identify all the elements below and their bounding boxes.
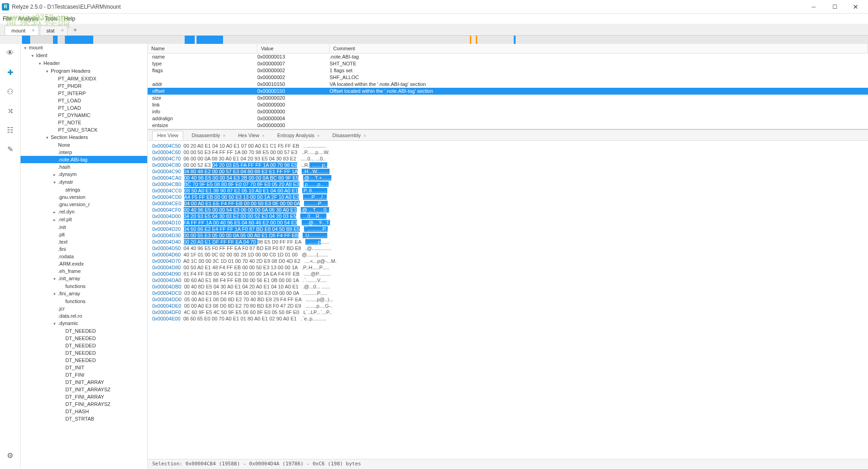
hex-row[interactable]: 0x00004D50 04 40 96 E5 F0 FF FF EA F0 87… (152, 245, 863, 251)
hex-row[interactable]: 0x00004CB0 BC 70 9F E5 08 80 8F E0 07 70… (152, 181, 863, 187)
segment[interactable] (22, 36, 30, 44)
tree-expand-icon[interactable]: ▸ (53, 209, 58, 215)
tab-close-icon[interactable]: × (262, 133, 264, 138)
property-row[interactable]: entsize0x00000000 (148, 122, 868, 129)
view-icon[interactable]: 👁 (5, 48, 16, 59)
property-row[interactable]: offset0x00000150Offset located within th… (148, 88, 868, 95)
bottom-tab[interactable]: Hex View× (234, 131, 269, 139)
tree-node[interactable]: ▸.dynsym (21, 171, 147, 178)
hex-row[interactable]: 0x00004C50 00 20 A0 E1 04 10 A0 E1 07 00… (152, 143, 863, 149)
tree-node[interactable]: DT_HASH (21, 408, 147, 415)
tree-node[interactable]: .hash (21, 163, 147, 171)
structure-icon[interactable]: ⚇ (5, 86, 16, 97)
segment-bar[interactable] (0, 36, 868, 44)
segment[interactable] (223, 36, 470, 44)
tree-node[interactable]: .text (21, 238, 147, 245)
tree-node[interactable]: ▾Program Headers (21, 67, 147, 75)
tree-node[interactable]: .gnu.version_r (21, 201, 147, 208)
tree-node[interactable]: PT_LOAD (21, 97, 147, 104)
stack-icon[interactable]: ☷ (5, 124, 16, 135)
hex-row[interactable]: 0x00004D90 81 F4 FF EB 00 40 50 E2 10 00… (152, 271, 863, 277)
hex-row[interactable]: 0x00004C90 04 80 48 E2 00 00 57 E3 04 80… (152, 168, 863, 175)
hex-row[interactable]: 0x00004D70 A0 1C 00 00 3C 1D 01 00 70 40… (152, 258, 863, 264)
segment[interactable] (53, 36, 58, 44)
bottom-tab[interactable]: Disassembly× (187, 131, 230, 139)
tab-close-icon[interactable]: × (223, 133, 225, 138)
tree-node[interactable]: DT_NEEDED (21, 349, 147, 357)
plugin-icon[interactable]: ✚ (5, 67, 16, 78)
tree-node[interactable]: ▾mount (21, 44, 147, 52)
hex-row[interactable]: 0x00004C80 00 00 52 E3 04 20 03 E5 FA FF… (152, 162, 863, 168)
tree-node[interactable]: DT_FINI_ARRAY (21, 393, 147, 400)
property-row[interactable]: addralign0x00000004 (148, 115, 868, 122)
tree-node[interactable]: PT_INTERP (21, 90, 147, 97)
tree-node[interactable]: DT_NEEDED (21, 357, 147, 364)
hex-row[interactable]: 0x00004D40 00 20 A0 E1 DF FF FF EA 04 70… (152, 239, 863, 245)
menu-help[interactable]: Help (64, 16, 75, 22)
tree-node[interactable]: ▾Ident (21, 52, 147, 59)
tree-node[interactable]: DT_INIT_ARRAY (21, 378, 147, 386)
close-button[interactable]: ✕ (845, 0, 866, 14)
shuffle-icon[interactable]: ⤭ (5, 105, 16, 116)
structure-tree[interactable]: ▾mount▾Ident▾Header▾Program HeadersPT_AR… (21, 44, 148, 469)
prop-header-value[interactable]: Value (257, 44, 330, 53)
hex-row[interactable]: 0x00004DF0 4C 60 9F E5 4C 50 9F E5 06 60… (152, 309, 863, 315)
hex-row[interactable]: 0x00004D80 00 50 A0 E1 48 F4 FF EB 00 00… (152, 264, 863, 271)
tree-node[interactable]: PT_LOAD (21, 104, 147, 112)
tree-expand-icon[interactable]: ▾ (39, 60, 43, 67)
property-row[interactable]: link0x00000000 (148, 101, 868, 108)
tree-expand-icon[interactable]: ▾ (24, 45, 29, 51)
tree-node[interactable]: functions (21, 282, 147, 290)
menu-tools[interactable]: Tools (45, 16, 58, 22)
property-row[interactable]: type0x00000007SHT_NOTE (148, 60, 868, 67)
hex-row[interactable]: 0x00004C70 06 00 00 0A 08 30 A0 E1 04 20… (152, 155, 863, 162)
segment[interactable] (471, 36, 476, 44)
property-row[interactable]: name0x00000013.note.ABI-tag (148, 53, 868, 60)
prop-header-comment[interactable]: Comment (330, 44, 868, 53)
hex-row[interactable]: 0x00004E00 06 60 65 E0 00 70 A0 E1 01 80… (152, 315, 863, 322)
tab-close-icon[interactable]: × (363, 133, 366, 138)
hex-row[interactable]: 0x00004DD0 05 00 A0 E1 08 D0 8D E2 70 40… (152, 296, 863, 303)
document-tab[interactable]: mount× (5, 26, 39, 35)
tree-node[interactable]: ▸.rel.dyn (21, 208, 147, 216)
hex-row[interactable]: 0x00004CA0 00 40 96 E5 00 00 54 E3 2B 00… (152, 175, 863, 181)
tree-node[interactable]: .ARM.exidx (21, 260, 147, 267)
hex-row[interactable]: 0x00004CC0 08 50 A0 E1 38 90 87 E2 05 10… (152, 187, 863, 194)
maximize-button[interactable]: ☐ (824, 0, 845, 14)
tree-expand-icon[interactable]: ▸ (53, 217, 58, 223)
property-row[interactable]: 0x00000002SHF_ALLOC (148, 74, 868, 81)
minimize-button[interactable]: ─ (803, 0, 824, 14)
tree-expand-icon[interactable]: ▸ (53, 171, 58, 178)
property-row[interactable]: addr0x00010150VA located within the '.no… (148, 81, 868, 88)
tree-node[interactable]: .gnu.version (21, 193, 147, 201)
hex-view[interactable]: 0x00004C50 00 20 A0 E1 04 10 A0 E1 07 00… (148, 141, 868, 459)
tab-close-icon[interactable]: × (32, 28, 35, 33)
tree-node[interactable]: .eh_frame (21, 267, 147, 275)
tree-node[interactable]: PT_PHDR (21, 82, 147, 90)
property-row[interactable]: flags0x000000021 flags set (148, 67, 868, 74)
tree-node[interactable]: ▾Header (21, 59, 147, 67)
hex-row[interactable]: 0x00004D10 FA FF FF 1A 00 40 96 E5 04 60… (152, 219, 863, 226)
tree-node[interactable]: PT_DYNAMIC (21, 112, 147, 119)
tree-node[interactable]: PT_GNU_STACK (21, 126, 147, 133)
hex-row[interactable]: 0x00004D00 04 20 93 E5 04 30 83 E2 00 00… (152, 213, 863, 219)
tab-close-icon[interactable]: × (317, 133, 320, 138)
tree-expand-icon[interactable]: ▾ (53, 320, 58, 327)
bottom-tab[interactable]: Hex View (152, 131, 183, 140)
hex-row[interactable]: 0x00004C60 00 00 50 E3 F4 FF FF 1A 00 70… (152, 149, 863, 155)
hex-row[interactable]: 0x00004CD0 A4 F5 FF EB 00 00 50 E3 13 00… (152, 194, 863, 200)
menu-file[interactable]: File (3, 16, 11, 22)
tree-node[interactable]: .init (21, 224, 147, 231)
tree-node[interactable]: strings (21, 186, 147, 193)
tree-node[interactable]: DT_INIT (21, 364, 147, 371)
tree-node[interactable]: .jcr (21, 305, 147, 312)
tree-node[interactable]: DT_NEEDED (21, 327, 147, 335)
property-row[interactable]: info0x00000000 (148, 108, 868, 115)
tree-node[interactable]: None (21, 141, 147, 149)
segment[interactable] (0, 36, 22, 44)
tree-node[interactable]: functions (21, 298, 147, 305)
bottom-tab[interactable]: Entropy Analysis× (272, 131, 324, 139)
hex-row[interactable]: 0x00004DE0 00 00 A0 E3 08 D0 8D E2 70 80… (152, 303, 863, 309)
tree-node[interactable]: ▾.init_array (21, 275, 147, 282)
tree-node[interactable]: .data.rel.ro (21, 312, 147, 320)
